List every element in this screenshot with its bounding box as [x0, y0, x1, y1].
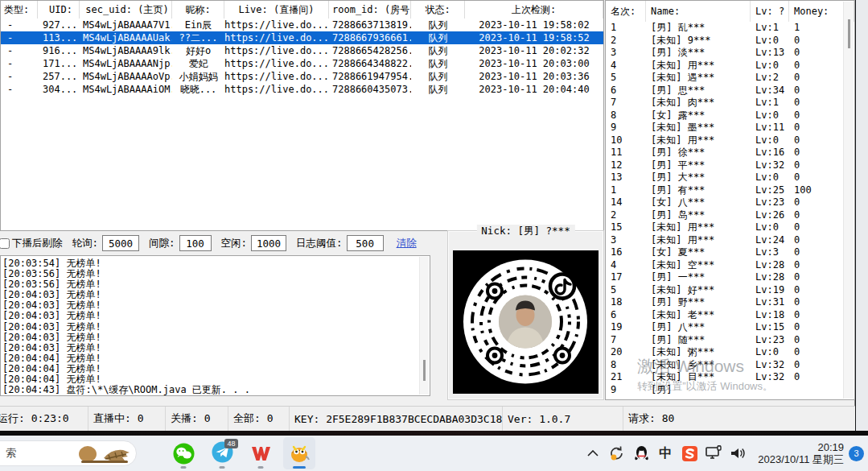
sync-tray-icon[interactable]	[607, 444, 627, 463]
taskbar-clock[interactable]: 20:19 2023/10/11 星期三	[758, 441, 844, 465]
rank-row[interactable]: 9[未知] 墨***Lv:110	[606, 122, 843, 134]
rank-cell: Lv:0	[751, 35, 789, 48]
gap-input[interactable]	[179, 235, 212, 251]
taskbar-app-wechat[interactable]	[167, 437, 200, 469]
status-text: 直播中: 0	[93, 411, 143, 426]
ime-chinese-icon[interactable]: 中	[656, 444, 675, 463]
rank-row[interactable]: 21[未知] 目***Lv:320	[606, 371, 843, 384]
rank-row[interactable]: 5[未知] 遇***Lv:20	[606, 72, 843, 85]
rank-cell: 0	[789, 359, 843, 372]
rank-row[interactable]: 7[未知] 肉***Lv:10	[606, 97, 843, 109]
idle-label: 空闲:	[221, 237, 248, 250]
table-row[interactable]: -304...MS4wLjABAAAAiOM...晓晓...https://li…	[1, 83, 603, 96]
network-tray-icon[interactable]	[704, 444, 723, 463]
rank-row[interactable]: 3[未知] 用***Lv:240	[606, 234, 843, 247]
table-cell: 7288664348822...	[329, 57, 411, 70]
douyin-note-icon	[550, 275, 574, 299]
rank-cell: [未知] 遇***	[646, 72, 751, 85]
table-row[interactable]: -171...MS4wLjABAAAANjp...爱妃https://live.…	[1, 57, 603, 70]
rank-cell: Lv:0	[751, 346, 789, 359]
taskbar-app-wps[interactable]	[245, 437, 277, 469]
table-cell: 晓晓...	[172, 83, 224, 96]
taskbar-search[interactable]: 索	[0, 440, 137, 466]
column-header[interactable]: 类型:	[1, 1, 38, 19]
desktop: 类型:UID:sec_uid: (主页)昵称:Live: (直播间)room_i…	[0, 0, 868, 471]
rank-cell: [男] 有***	[646, 184, 751, 197]
volume-tray-icon[interactable]	[728, 444, 747, 463]
table-cell: -	[1, 70, 38, 83]
rank-row[interactable]: 17[男] 一***Lv:280	[606, 271, 843, 284]
telegram-badge: 48	[224, 439, 237, 448]
rank-row[interactable]: 9[男]	[606, 384, 843, 397]
remove-after-offline-checkbox[interactable]	[0, 238, 10, 249]
table-cell: https://live.do...	[224, 44, 329, 57]
rank-column-header[interactable]: Lv: ?	[751, 1, 789, 22]
rank-row[interactable]: 8[未知] 乡***Lv:320	[606, 359, 843, 372]
rank-cell: 0	[789, 196, 843, 209]
poll-input[interactable]	[102, 235, 139, 251]
rank-scrollbar-thumb[interactable]	[848, 19, 850, 48]
rank-cell: [未知] 用***	[646, 234, 751, 247]
rank-row[interactable]: 8[女] 露***Lv:00	[606, 109, 843, 122]
rank-row[interactable]: 4[未知] 空***Lv:280	[606, 259, 843, 272]
column-header[interactable]: room_id: (房号)	[329, 1, 411, 19]
rank-column-header[interactable]: Name:	[646, 1, 751, 22]
rank-row[interactable]: 13[男] 大***Lv:00	[606, 171, 843, 184]
notification-count-badge[interactable]: 3	[849, 446, 864, 461]
rank-cell: [未知] 9***	[646, 35, 751, 48]
qq-tray-icon[interactable]	[631, 444, 651, 463]
rank-row[interactable]: 12[男] 平***Lv:320	[606, 159, 843, 172]
status-text: 关播: 0	[171, 411, 210, 426]
rank-scrollbar[interactable]	[843, 2, 854, 399]
rank-row[interactable]: 2[男] 岛***Lv:260	[606, 209, 843, 222]
rank-row[interactable]: 6[未知] 老***Lv:180	[606, 309, 843, 322]
taskbar-app-telegram[interactable]: 48	[206, 437, 238, 469]
table-cell: 916...	[38, 44, 80, 57]
clear-log-link[interactable]: 清除	[397, 237, 417, 250]
column-header[interactable]: UID:	[38, 1, 80, 19]
log-scrollbar-thumb[interactable]	[423, 360, 426, 381]
sogou-input-icon[interactable]	[680, 444, 699, 463]
rank-cell: 1	[606, 184, 646, 197]
rank-row[interactable]: 19[男] 八***Lv:150	[606, 321, 843, 334]
rank-cell: 1	[789, 22, 843, 35]
rank-row[interactable]: 5[未知] 好***Lv:190	[606, 284, 843, 297]
column-header[interactable]: sec_uid: (主页)	[80, 1, 172, 19]
rank-cell: 0	[789, 147, 843, 159]
table-row[interactable]: -257...MS4wLjABAAAAoVp...小娟妈妈https://liv…	[1, 70, 603, 83]
rank-row[interactable]: 1[男] 乱***Lv:11	[606, 22, 843, 35]
rank-row[interactable]: 11[男] 徐***Lv:160	[606, 147, 843, 159]
rank-row[interactable]: 16[女] 夏***Lv:30	[606, 246, 843, 259]
clock-date: 2023/10/11 星期三	[758, 453, 844, 465]
rank-cell: 0	[789, 234, 843, 247]
hidden-icons-chevron[interactable]	[583, 444, 603, 463]
rank-column-header[interactable]: 名次:	[606, 1, 646, 22]
rank-cell: [未知] 乡***	[646, 359, 751, 372]
rank-cell: [未知] 用***	[646, 60, 751, 72]
rank-row[interactable]: 3[男] 淡***Lv:130	[606, 47, 843, 60]
rank-row[interactable]: 14[女] 八***Lv:230	[606, 196, 843, 209]
rank-row[interactable]: 20[未知] 粥***Lv:00	[606, 346, 843, 359]
rank-row[interactable]: 4[未知] 用***Lv:00	[606, 60, 843, 72]
taskbar-app-live-monitor[interactable]	[283, 437, 315, 469]
column-header[interactable]: 状态:	[411, 1, 465, 19]
table-row[interactable]: -927...MS4wLjABAAAA7V1...Ein辰https://liv…	[1, 19, 603, 31]
column-header[interactable]: 上次检测:	[465, 1, 603, 19]
table-cell: 2023-10-11 19:58:52	[465, 31, 603, 44]
rank-row[interactable]: 10[未知] 用***Lv:00	[606, 134, 843, 147]
rank-row[interactable]: 15[未知] 用***Lv:00	[606, 221, 843, 234]
log-scrollbar[interactable]	[419, 257, 429, 395]
rank-cell: 15	[606, 221, 646, 234]
rank-row[interactable]: 18[男] 野***Lv:310	[606, 296, 843, 309]
table-cell: -	[1, 31, 38, 44]
rank-row[interactable]: 2[未知] 9***Lv:00	[606, 35, 843, 48]
table-row[interactable]: -916...MS4wLjABAAAA9lk...好好ohttps://live…	[1, 44, 603, 57]
column-header[interactable]: Live: (直播间)	[224, 1, 329, 19]
column-header[interactable]: 昵称:	[172, 1, 224, 19]
log-threshold-input[interactable]	[347, 235, 384, 251]
idle-input[interactable]	[251, 235, 286, 251]
rank-row[interactable]: 7[男] 随***Lv:230	[606, 334, 843, 347]
rank-row[interactable]: 6[男] 思***Lv:340	[606, 85, 843, 97]
table-row[interactable]: -113...MS4wLjABAAAAUak...??二...https://l…	[1, 31, 603, 44]
rank-row[interactable]: 1[男] 有***Lv:25100	[606, 184, 843, 197]
